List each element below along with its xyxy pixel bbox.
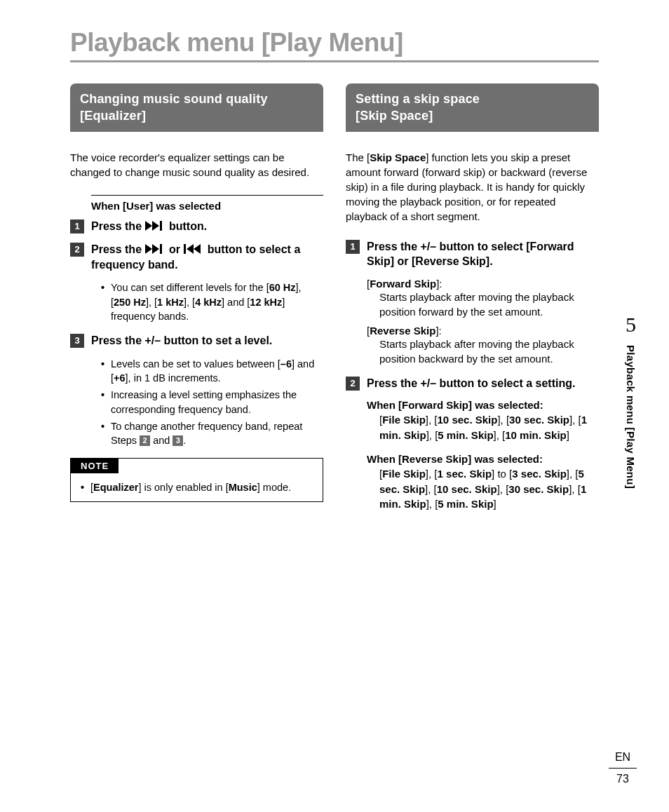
section-header-line: Setting a skip space <box>356 92 480 106</box>
options-head: When [Forward Skip] was selected: <box>367 399 599 411</box>
step-number-badge: 1 <box>346 240 360 254</box>
step-2: 2 Press the +/– button to select a setti… <box>346 376 599 391</box>
def-term-reverse: [Reverse Skip]: <box>367 325 599 337</box>
options-head: When [Reverse Skip] was selected: <box>367 453 599 465</box>
forward-skip-options: When [Forward Skip] was selected: [File … <box>367 399 599 443</box>
step-number-badge: 3 <box>70 334 84 348</box>
options-list: [File Skip], [1 sec. Skip] to [3 sec. Sk… <box>379 466 599 512</box>
step-2: 2 Press the or button to select a freque… <box>70 242 323 272</box>
step-1: 1 Press the +/– button to select [Forwar… <box>346 239 599 269</box>
page: Playback menu [Play Menu] Changing music… <box>0 0 669 522</box>
list-item: Levels can be set to values between [–6]… <box>101 357 323 386</box>
list-item: Increasing a level setting emphasizes th… <box>101 388 323 417</box>
section-header-skip-space: Setting a skip space [Skip Space] <box>346 83 599 132</box>
step-number-badge: 2 <box>70 243 84 257</box>
page-footer: EN 73 <box>609 751 637 785</box>
content-columns: Changing music sound quality [Equalizer]… <box>70 83 599 522</box>
step-body: Press the +/– button to select a setting… <box>367 376 599 391</box>
reverse-skip-options: When [Reverse Skip] was selected: [File … <box>367 453 599 512</box>
fast-forward-icon <box>144 220 165 231</box>
step-number-badge: 2 <box>346 377 360 391</box>
side-label: Playback menu [Play Menu] <box>625 345 637 489</box>
note-box: NOTE [Equalizer] is only enabled in [Mus… <box>70 458 323 502</box>
section-header-equalizer: Changing music sound quality [Equalizer] <box>70 83 323 132</box>
section-header-line: [Skip Space] <box>356 109 433 123</box>
options-list: [File Skip], [10 sec. Skip], [30 sec. Sk… <box>379 412 599 443</box>
list-item: To change another frequency band, repeat… <box>101 419 323 448</box>
step-2-bullets: You can set different levels for the [60… <box>101 280 323 323</box>
left-column: Changing music sound quality [Equalizer]… <box>70 83 323 522</box>
step-1: 1 Press the button. <box>70 219 323 234</box>
language-code: EN <box>609 751 637 764</box>
chapter-number: 5 <box>625 313 637 337</box>
def-body: Starts playback after moving the playbac… <box>379 290 599 319</box>
def-body: Starts playback after moving the playbac… <box>379 337 599 366</box>
step-ref-badge: 3 <box>173 435 183 446</box>
page-number: 73 <box>609 768 637 785</box>
step-3: 3 Press the +/– button to set a level. <box>70 333 323 349</box>
step-number-badge: 1 <box>70 219 84 234</box>
step-body: Press the button. <box>91 219 323 234</box>
intro-text: The voice recorder's equalizer settings … <box>70 150 323 180</box>
when-user-heading: When [User] was selected <box>91 195 323 212</box>
rewind-icon <box>183 243 204 255</box>
svg-rect-2 <box>184 244 186 254</box>
right-column: Setting a skip space [Skip Space] The [S… <box>346 83 599 522</box>
list-item: You can set different levels for the [60… <box>101 280 323 323</box>
fast-forward-icon <box>144 243 165 255</box>
definitions: [Forward Skip]: Starts playback after mo… <box>367 278 599 366</box>
def-term-forward: [Forward Skip]: <box>367 278 599 290</box>
side-tab: 5 Playback menu [Play Menu] <box>625 313 637 489</box>
step-ref-badge: 2 <box>140 435 150 446</box>
step-3-bullets: Levels can be set to values between [–6]… <box>101 357 323 448</box>
section-header-line: [Equalizer] <box>80 109 146 123</box>
section-header-line: Changing music sound quality <box>80 92 268 106</box>
step-body: Press the or button to select a frequenc… <box>91 242 323 272</box>
step-body: Press the +/– button to set a level. <box>91 333 323 349</box>
note-label: NOTE <box>71 459 119 473</box>
page-title: Playback menu [Play Menu] <box>70 28 599 62</box>
intro-text: The [Skip Space] function lets you skip … <box>346 150 599 224</box>
step-body: Press the +/– button to select [Forward … <box>367 239 599 269</box>
list-item: [Equalizer] is only enabled in [Music] m… <box>81 480 313 494</box>
svg-rect-1 <box>160 244 162 254</box>
svg-rect-0 <box>160 221 162 231</box>
